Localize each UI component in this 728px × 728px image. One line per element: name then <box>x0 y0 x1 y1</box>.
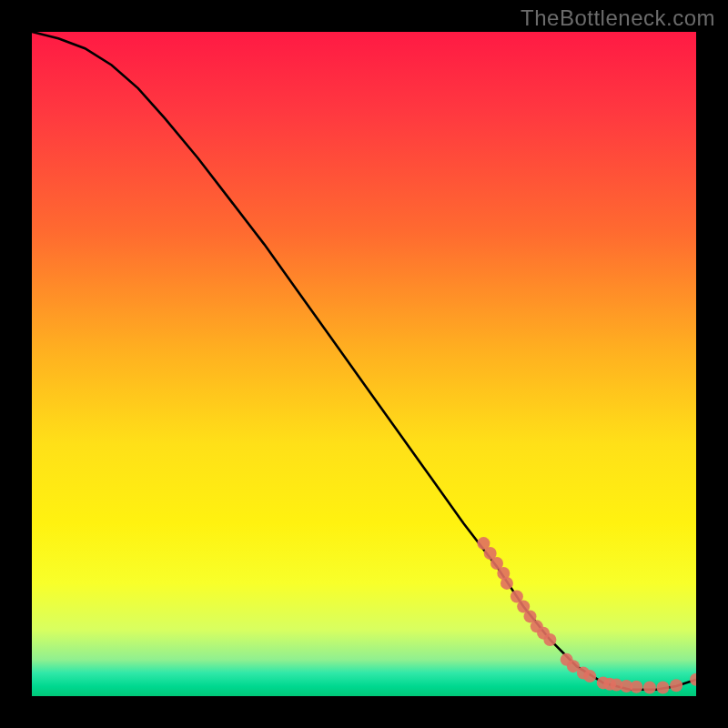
scatter-dot <box>657 682 670 694</box>
scatter-dot <box>643 682 656 694</box>
chart-stage: TheBottleneck.com <box>0 0 728 728</box>
gradient-background <box>32 32 696 696</box>
plot-area <box>32 32 696 696</box>
scatter-dot <box>630 681 642 693</box>
plot-svg <box>32 32 696 696</box>
scatter-dot <box>670 679 682 692</box>
scatter-dot <box>500 577 513 590</box>
scatter-dot <box>583 670 596 682</box>
scatter-dot <box>543 633 556 646</box>
watermark-text: TheBottleneck.com <box>521 5 715 31</box>
